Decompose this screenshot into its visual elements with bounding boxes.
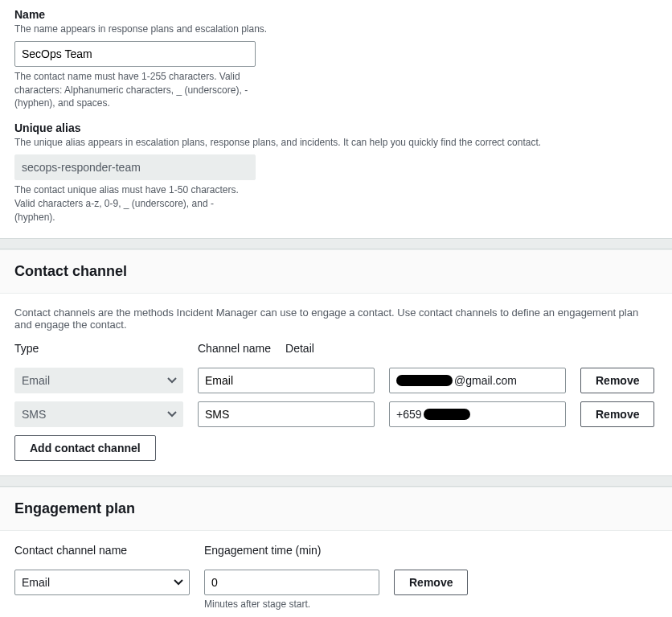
name-hint: The name appears in response plans and e… bbox=[14, 23, 658, 36]
channel-type-select[interactable]: SMS bbox=[14, 401, 183, 427]
name-input[interactable] bbox=[14, 41, 256, 67]
remove-channel-button[interactable]: Remove bbox=[580, 368, 654, 393]
engagement-time-input[interactable] bbox=[204, 570, 379, 595]
alias-input bbox=[14, 154, 256, 180]
engagement-plan-header: Engagement plan bbox=[0, 487, 672, 531]
engagement-time-hint: Minutes after stage start. bbox=[204, 598, 379, 610]
alias-label: Unique alias bbox=[14, 121, 658, 134]
add-contact-channel-button[interactable]: Add contact channel bbox=[14, 435, 156, 461]
section-divider bbox=[0, 475, 672, 487]
engagement-row: Email Minutes after stage start. Remove bbox=[14, 570, 658, 610]
channel-detail-input[interactable]: @gmail.com bbox=[389, 368, 566, 393]
name-label: Name bbox=[14, 8, 658, 21]
channel-detail-input[interactable]: +659 bbox=[389, 401, 566, 427]
contact-channel-header: Contact channel bbox=[0, 249, 672, 294]
redacted-text bbox=[424, 409, 470, 420]
column-channel-name-label: Contact channel name bbox=[14, 544, 190, 557]
engagement-channel-select[interactable]: Email bbox=[14, 570, 190, 595]
redacted-text bbox=[396, 375, 453, 386]
column-engagement-time-label: Engagement time (min) bbox=[204, 544, 379, 557]
contact-channel-row: SMS +659 Remove bbox=[14, 401, 658, 427]
alias-hint: The unique alias appears in escalation p… bbox=[14, 136, 658, 150]
section-divider bbox=[0, 238, 672, 249]
channel-type-select[interactable]: Email bbox=[14, 368, 183, 393]
engagement-plan-title: Engagement plan bbox=[14, 500, 658, 517]
column-type-label: Type bbox=[14, 342, 183, 355]
channel-name-input[interactable] bbox=[198, 368, 375, 393]
name-constraint: The contact name must have 1-255 charact… bbox=[14, 70, 256, 110]
contact-channel-row: Email @gmail.com Remove bbox=[14, 368, 658, 393]
channel-name-input[interactable] bbox=[198, 401, 375, 427]
contact-channel-title: Contact channel bbox=[14, 263, 658, 280]
remove-channel-button[interactable]: Remove bbox=[580, 401, 654, 427]
column-name-label: Channel name bbox=[198, 342, 271, 355]
alias-constraint: The contact unique alias must have 1-50 … bbox=[14, 183, 256, 224]
remove-engagement-button[interactable]: Remove bbox=[394, 570, 468, 595]
column-detail-label: Detail bbox=[285, 342, 314, 355]
contact-channel-description: Contact channels are the methods Inciden… bbox=[14, 306, 658, 331]
